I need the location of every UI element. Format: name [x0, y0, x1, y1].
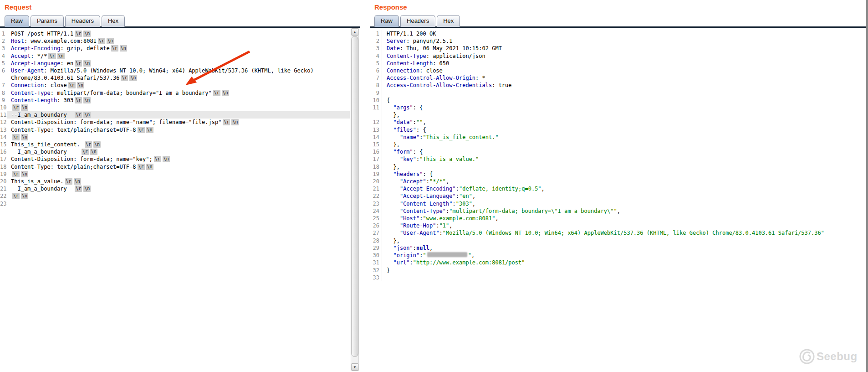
code-line[interactable]: 11--I_am_a_boundary \r\n: [0, 111, 350, 119]
code-line[interactable]: 14 "name":"This_is_file_content.": [370, 134, 863, 141]
code-line[interactable]: 23 "Content-Length":"303",: [370, 200, 863, 207]
code-line[interactable]: 14\r\n: [0, 134, 350, 141]
code-line[interactable]: 16 "form": {: [370, 148, 863, 155]
code-line[interactable]: 20 "Accept":"*/*",: [370, 178, 863, 185]
line-number: 19: [370, 170, 382, 178]
code-line[interactable]: 30 "origin":"",: [370, 252, 863, 259]
code-line[interactable]: 22\r\n: [0, 192, 350, 200]
code-line[interactable]: 12 "data":"",: [370, 119, 863, 126]
code-segment: "multipart/form-data; boundary=\"I_am_a_…: [449, 208, 617, 214]
window-scrollbar[interactable]: [866, 0, 868, 372]
scrollbar-thumb[interactable]: [351, 36, 358, 357]
code-line[interactable]: 3Date: Thu, 06 May 2021 10:15:02 GMT: [370, 45, 863, 52]
code-line[interactable]: 4Content-Type: application/json: [370, 52, 863, 60]
code-line[interactable]: 24 "Content-Type":"multipart/form-data; …: [370, 207, 863, 215]
response-editor[interactable]: 1HTTP/1.1 200 OK2Server: panyun/2.5.13Da…: [370, 28, 863, 372]
code-line[interactable]: 13Content-Type: text/plain;charset=UTF-8…: [0, 126, 350, 134]
code-line[interactable]: 17 "key":"This_is_a_value.": [370, 155, 863, 163]
code-line[interactable]: 19 "headers": {: [370, 170, 863, 178]
line-number: 21: [0, 185, 7, 192]
code-line[interactable]: 5Content-Length: 650: [370, 60, 863, 67]
line-number: 8: [370, 82, 382, 89]
code-line[interactable]: 21--I_am_a_boundary--\r\n: [0, 185, 350, 192]
line-number: 19: [0, 170, 7, 178]
code-line[interactable]: 29 "json":null,: [370, 244, 863, 252]
code-line[interactable]: 13 "files": {: [370, 126, 863, 134]
code-line[interactable]: 19\r\n: [0, 170, 350, 178]
code-line[interactable]: 15This_is_file_content. \r\n: [0, 141, 350, 148]
code-line[interactable]: 17Content-Disposition: form-data; name="…: [0, 155, 350, 163]
code-line[interactable]: 1HTTP/1.1 200 OK: [370, 30, 863, 37]
code-line[interactable]: 6User-Agent: Mozilla/5.0 (Windows NT 10.…: [0, 67, 350, 82]
line-content: --I_am_a_boundary--\r\n: [7, 185, 350, 192]
code-segment: "*/*": [429, 178, 446, 185]
line-content: Content-Type: text/plain;charset=UTF-8\r…: [7, 126, 350, 134]
code-line[interactable]: 11 "args": {: [370, 104, 863, 111]
request-scrollbar[interactable]: ▲ ▼: [351, 28, 359, 371]
code-line[interactable]: 15 },: [370, 141, 863, 148]
code-line[interactable]: 23: [0, 200, 350, 207]
code-segment: :: [439, 230, 443, 236]
code-line[interactable]: 28 },: [370, 237, 863, 244]
code-line[interactable]: 26 "Route-Hop":"1",: [370, 222, 863, 229]
code-line[interactable]: 8Content-Type: multipart/form-data; boun…: [0, 89, 350, 97]
code-line[interactable]: 8Access-Control-Allow-Credentials: true: [370, 82, 863, 89]
code-line[interactable]: 5Accept-Language: en\r\n: [0, 60, 350, 67]
response-title: Response: [374, 3, 407, 11]
code-line[interactable]: 10{: [370, 97, 863, 104]
code-line[interactable]: 2Server: panyun/2.5.1: [370, 37, 863, 45]
crlf-marker: \n: [83, 97, 91, 103]
code-segment: [387, 104, 393, 111]
code-segment: [387, 149, 393, 155]
crlf-marker: \r: [121, 75, 128, 81]
code-line[interactable]: },: [370, 111, 863, 119]
line-content: "Content-Type":"multipart/form-data; bou…: [382, 207, 863, 215]
code-line[interactable]: 22 "Accept-Language":"en",: [370, 192, 863, 200]
code-line[interactable]: 10\r\n: [0, 104, 350, 111]
crlf-marker: \n: [77, 82, 84, 88]
request-tab-bar: RawParamsHeadersHex: [5, 14, 126, 27]
code-line[interactable]: 18Content-Type: text/plain;charset=UTF-8…: [0, 163, 350, 170]
scroll-up-icon[interactable]: ▲: [351, 28, 358, 36]
code-line[interactable]: 33: [370, 274, 863, 281]
code-segment: "origin": [393, 252, 419, 258]
code-line[interactable]: 21 "Accept-Encoding":"deflate, identity;…: [370, 185, 863, 192]
tab-raw[interactable]: Raw: [5, 15, 29, 27]
code-segment: : close: [419, 67, 443, 74]
code-segment: : gzip, deflate: [60, 45, 109, 52]
code-line[interactable]: 20This_is_a_value.\r\n: [0, 178, 350, 185]
line-number: 30: [370, 252, 382, 259]
code-line[interactable]: 7Access-Control-Allow-Origin: *: [370, 74, 863, 82]
tab-hex[interactable]: Hex: [437, 15, 460, 27]
code-line[interactable]: 9: [370, 89, 863, 97]
code-segment: :: [413, 245, 416, 251]
code-line[interactable]: 16--I_am_a_boundary \r\n: [0, 148, 350, 155]
code-line[interactable]: 9Content-Length: 303\r\n: [0, 97, 350, 104]
code-line[interactable]: 6Connection: close: [370, 67, 863, 74]
code-line[interactable]: 3Accept-Encoding: gzip, deflate\r\n: [0, 45, 350, 52]
tab-hex[interactable]: Hex: [102, 15, 125, 27]
code-line[interactable]: 12Content-Disposition: form-data; name="…: [0, 119, 350, 126]
line-content: Accept: */*\r\n: [7, 52, 350, 60]
tab-params[interactable]: Params: [31, 15, 64, 27]
code-segment: [387, 127, 393, 133]
request-editor[interactable]: 1POST /post HTTP/1.1\r\n2Host: www.examp…: [0, 28, 350, 372]
code-segment: HTTP/1.1 200 OK: [387, 31, 436, 37]
crlf-marker: \r: [75, 31, 82, 37]
code-line[interactable]: 2Host: www.example.com:8081\r\n: [0, 37, 350, 45]
code-line[interactable]: 31 "url":"http://www.example.com:8081/po…: [370, 259, 863, 266]
code-line[interactable]: 4Accept: */*\r\n: [0, 52, 350, 60]
code-line[interactable]: 25 "Host":"www.example.com:8081",: [370, 215, 863, 222]
code-segment: --I_am_a_boundary: [11, 112, 73, 118]
code-line[interactable]: 18 },: [370, 163, 863, 170]
tab-headers[interactable]: Headers: [65, 15, 100, 27]
tab-raw[interactable]: Raw: [374, 15, 399, 27]
code-line[interactable]: 7Connection: close\r\n: [0, 82, 350, 89]
line-number: 3: [370, 45, 382, 52]
code-line[interactable]: 32}: [370, 267, 863, 274]
code-line[interactable]: 27 "User-Agent":"Mozilla/5.0 (Windows NT…: [370, 229, 863, 237]
scroll-down-icon[interactable]: ▼: [351, 363, 358, 371]
crlf-marker: \r: [75, 112, 82, 118]
tab-headers[interactable]: Headers: [400, 15, 435, 27]
code-line[interactable]: 1POST /post HTTP/1.1\r\n: [0, 30, 350, 37]
